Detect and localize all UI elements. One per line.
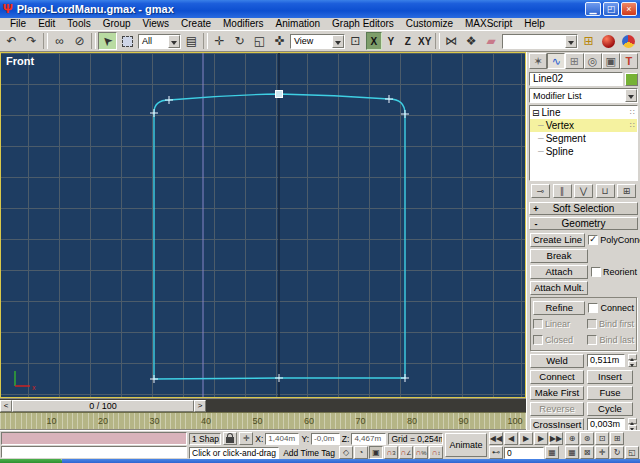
selection-lock-button[interactable] <box>223 432 237 445</box>
selection-filter-dropdown[interactable]: All <box>138 34 181 49</box>
weld-threshold-field[interactable]: 0,511m <box>587 354 625 367</box>
attach-mult-button[interactable]: Attach Mult. <box>530 281 588 295</box>
dropdown-arrow-icon[interactable] <box>332 35 344 48</box>
menu-group[interactable]: Group <box>97 18 137 30</box>
select-and-rotate-icon[interactable]: ↻ <box>230 32 249 50</box>
object-name-field[interactable]: Line02 <box>529 72 623 86</box>
render-icon[interactable] <box>619 32 638 50</box>
fuse-button[interactable]: Fuse <box>587 386 633 400</box>
crossinsert-button[interactable]: CrossInsert <box>530 418 584 431</box>
connect-checkbox[interactable]: Connect <box>588 303 634 313</box>
listener-macro-pane[interactable] <box>1 432 187 445</box>
restrict-xy-button[interactable]: XY <box>417 32 433 50</box>
motion-tab[interactable]: ◎ <box>584 53 602 69</box>
undo-icon[interactable]: ↶ <box>2 32 21 50</box>
reference-coordinate-dropdown[interactable]: View <box>290 34 345 49</box>
create-tab[interactable]: ✶ <box>529 53 547 69</box>
snap-dial-icon[interactable]: ◔ <box>354 446 368 459</box>
menu-customize[interactable]: Customize <box>400 18 459 30</box>
weld-button[interactable]: Weld <box>530 354 584 368</box>
restore-button[interactable]: ◰ <box>603 2 619 16</box>
title-bar[interactable]: Ψ Plano-LordManu.gmax - gmax ▁ ◰ × <box>0 0 640 18</box>
min-max-toggle-button[interactable]: ◱ <box>625 446 639 459</box>
cycle-button[interactable]: Cycle <box>587 402 633 416</box>
restrict-x-button[interactable]: X <box>366 32 382 50</box>
menu-views[interactable]: Views <box>137 18 176 30</box>
zoom-extents-button[interactable]: ⊡ <box>595 432 609 445</box>
unlink-selection-icon[interactable]: ⊘ <box>70 32 89 50</box>
select-and-manipulate-icon[interactable]: ✜ <box>270 32 289 50</box>
select-by-name-icon[interactable]: ▤ <box>182 32 201 50</box>
show-end-result-icon[interactable]: ∥ <box>553 184 572 198</box>
time-slider-handle[interactable]: 0 / 100 <box>12 400 194 412</box>
dropdown-arrow-icon[interactable] <box>625 89 637 102</box>
curve-editor-icon[interactable]: ⊞ <box>579 32 598 50</box>
menu-modifiers[interactable]: Modifiers <box>217 18 270 30</box>
menu-graph-editors[interactable]: Graph Editors <box>326 18 400 30</box>
make-first-button[interactable]: Make First <box>530 386 584 400</box>
go-to-start-button[interactable]: ◀◀ <box>489 432 503 445</box>
animate-button[interactable]: Animate <box>445 433 487 457</box>
dropdown-arrow-icon[interactable] <box>168 35 180 48</box>
refine-button[interactable]: Refine <box>533 301 585 315</box>
modifier-list-dropdown[interactable]: Modifier List <box>529 88 638 103</box>
pan-button[interactable]: ✛ <box>595 446 609 459</box>
selected-vertex-marker[interactable] <box>276 91 283 98</box>
time-slider[interactable]: < 0 / 100 > <box>0 398 526 412</box>
align-icon[interactable]: ▰ <box>482 32 501 50</box>
geometry-rollout-header[interactable]: - Geometry <box>529 217 638 230</box>
stack-item-line[interactable]: ⊟Line∷ <box>530 106 637 119</box>
zoom-all-button[interactable]: ⊛ <box>580 432 594 445</box>
menu-help[interactable]: Help <box>518 18 551 30</box>
polyconnect-checkbox[interactable]: ✓ PolyConnect <box>588 235 640 245</box>
next-frame-button[interactable]: ▶ <box>534 432 548 445</box>
redo-icon[interactable]: ↷ <box>22 32 41 50</box>
pin-stack-icon[interactable]: ⊸ <box>531 184 550 198</box>
configure-modifier-sets-icon[interactable]: ⊞ <box>617 184 636 198</box>
object-color-swatch[interactable] <box>625 73 638 86</box>
select-and-scale-icon[interactable]: ◱ <box>250 32 269 50</box>
shortcut-override-button[interactable]: ▦ <box>565 446 579 459</box>
stack-item-segment[interactable]: ─Segment <box>530 132 637 145</box>
menu-file[interactable]: File <box>4 18 32 30</box>
crossinsert-spinner[interactable] <box>628 418 637 430</box>
listener-script-pane[interactable] <box>1 446 187 459</box>
add-time-tag-button[interactable]: Add Time Tag <box>281 448 337 458</box>
connect-button[interactable]: Connect <box>530 370 584 384</box>
menu-create[interactable]: Create <box>175 18 217 30</box>
named-selection-dropdown[interactable] <box>502 34 578 49</box>
region-zoom-button[interactable]: ⊠ <box>580 446 594 459</box>
utilities-tab[interactable]: T <box>620 53 638 69</box>
current-frame-field[interactable]: 0 <box>504 447 544 459</box>
previous-frame-button[interactable]: ◀ <box>504 432 518 445</box>
select-object-icon[interactable]: ➤ <box>98 32 117 50</box>
stack-item-vertex[interactable]: ─Vertex∷ <box>530 119 637 132</box>
minimize-button[interactable]: ▁ <box>585 2 601 16</box>
zoom-button[interactable]: ⊕ <box>565 432 579 445</box>
x-coordinate-field[interactable]: 1,404m <box>265 433 299 445</box>
y-coordinate-field[interactable]: -0,0m <box>311 433 340 445</box>
remove-modifier-icon[interactable]: ⊔ <box>596 184 615 198</box>
make-unique-icon[interactable]: ⋁ <box>574 184 593 198</box>
snap-3d-toggle-icon[interactable]: ▣ <box>369 446 383 459</box>
front-viewport[interactable]: Front x <box>0 52 526 398</box>
insert-button[interactable]: Insert <box>587 370 633 384</box>
menu-animation[interactable]: Animation <box>270 18 326 30</box>
attach-button[interactable]: Attach <box>530 265 588 279</box>
zoom-extents-all-button[interactable]: ⊞ <box>610 432 624 445</box>
rectangular-selection-region-icon[interactable] <box>118 32 137 50</box>
display-tab[interactable]: ▣ <box>602 53 620 69</box>
soft-selection-rollout-header[interactable]: + Soft Selection <box>529 202 638 215</box>
time-next-button[interactable]: > <box>194 400 206 412</box>
track-bar[interactable]: 102030405060708090100 <box>0 412 526 430</box>
crossinsert-field[interactable]: 0,003m <box>587 418 625 430</box>
restrict-y-button[interactable]: Y <box>383 32 399 50</box>
array-icon[interactable]: ❖ <box>462 32 481 50</box>
select-and-link-icon[interactable]: ∞ <box>50 32 69 50</box>
break-button[interactable]: Break <box>530 249 588 263</box>
mirror-icon[interactable]: ⋈ <box>442 32 461 50</box>
stack-item-spline[interactable]: ─Spline <box>530 145 637 158</box>
percent-snap-icon[interactable]: ∩% <box>414 446 428 459</box>
modify-tab[interactable]: ∿ <box>547 53 565 69</box>
key-filters-button[interactable]: ▦ <box>545 446 559 459</box>
